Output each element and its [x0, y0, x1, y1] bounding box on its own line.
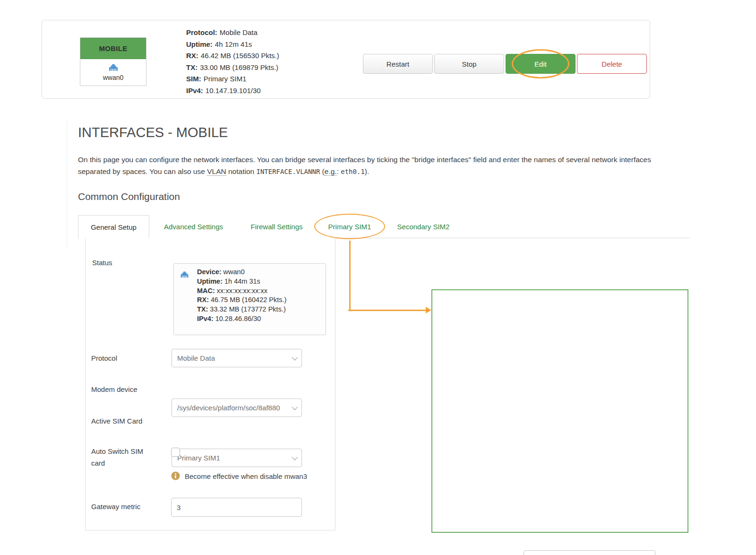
gateway-metric-label: Gateway metric [91, 503, 140, 511]
tab-firewall-settings[interactable]: Firewall Settings [238, 215, 316, 238]
interface-tile-header: MOBILE [80, 38, 146, 59]
page-description: On this page you can configure the netwo… [78, 154, 656, 177]
eth-code: eth0.1 [341, 168, 365, 175]
vlan-abbr: VLAN [207, 167, 226, 176]
eg-abbr: e.g. [325, 167, 337, 176]
annotation-vertical-line [349, 241, 351, 311]
gateway-metric-input[interactable] [171, 498, 302, 517]
restart-button[interactable]: Restart [363, 54, 433, 74]
status-label: Status [92, 259, 112, 267]
modem-device-value: /sys/devices/platform/soc/8af880 [177, 404, 280, 412]
ethernet-port-icon [180, 271, 189, 280]
stat-tx: TX:33.00 MB (169879 Pkts.) [186, 62, 279, 74]
protocol-select[interactable]: Mobile Data [172, 349, 302, 367]
page-title: INTERFACES - MOBILE [78, 125, 228, 140]
status-rx: RX:46.75 MB (160422 Pkts.) [197, 295, 286, 305]
tab-advanced-settings[interactable]: Advanced Settings [149, 215, 238, 238]
edit-button-label: Edit [534, 60, 547, 68]
ip-connection-type-select[interactable]: -- Please choose -- [524, 550, 655, 555]
stat-uptime: Uptime:4h 12m 41s [186, 39, 279, 51]
protocol-value: Mobile Data [177, 354, 215, 362]
edit-button[interactable]: Edit [506, 54, 576, 74]
status-mac: MAC:xx:xx:xx:xx:xx:xx [197, 286, 286, 296]
status-uptime: Uptime:1h 44m 31s [197, 277, 286, 286]
panel-left-edge [67, 121, 67, 249]
tab-primary-sim1[interactable]: Primary SIM1 [316, 215, 384, 238]
interface-device-name: wwan0 [103, 74, 124, 81]
tab-primary-sim1-label: Primary SIM1 [328, 223, 371, 231]
stat-protocol: Protocol:Mobile Data [186, 27, 279, 39]
auto-switch-label: Auto Switch SIM card [91, 445, 157, 469]
interface-stats: Protocol:Mobile Data Uptime:4h 12m 41s R… [186, 27, 279, 97]
stat-ipv4: IPv4:10.147.19.101/30 [186, 85, 279, 97]
section-title: Common Configuration [78, 191, 180, 202]
active-sim-label: Active SIM Card [91, 417, 142, 425]
tab-general-setup[interactable]: General Setup [78, 215, 149, 239]
auto-switch-note: Become effective when disable mwan3 [185, 472, 307, 480]
status-device: Device:wwan0 [197, 268, 286, 277]
tab-bar: General Setup Advanced Settings Firewall… [78, 215, 690, 238]
delete-button[interactable]: Delete [577, 54, 647, 74]
status-tx: TX:33.32 MB (173772 Pkts.) [197, 305, 286, 314]
status-ipv4: IPv4:10.28.46.86/30 [197, 314, 286, 324]
active-sim-value: Primary SIM1 [177, 454, 220, 462]
modem-device-label: Modem device [91, 385, 137, 393]
tab-secondary-sim2[interactable]: Secondary SIM2 [384, 215, 463, 238]
stop-button[interactable]: Stop [434, 54, 504, 74]
interface-tile: MOBILE wwan0 [80, 37, 146, 86]
page: MOBILE wwan0 Protocol:Mobile Data Uptime… [0, 0, 756, 555]
auto-switch-checkbox[interactable] [171, 448, 180, 457]
primary-sim1-panel [431, 289, 688, 533]
annotation-arrowhead [426, 307, 431, 313]
modem-device-select[interactable]: /sys/devices/platform/soc/8af880 [172, 399, 302, 417]
active-sim-select[interactable]: Primary SIM1 [172, 449, 302, 467]
status-details: Device:wwan0 Uptime:1h 44m 31s MAC:xx:xx… [197, 268, 286, 324]
stat-rx: RX:46.42 MB (156530 Pkts.) [186, 50, 279, 62]
interface-vlannr-code: INTERFACE.VLANNR [256, 168, 320, 175]
ethernet-port-icon [108, 63, 119, 73]
annotation-horizontal-line [348, 310, 427, 311]
protocol-label: Protocol [91, 354, 117, 362]
interface-actions: Restart Stop Edit Delete [363, 54, 647, 74]
stat-sim: SIM:Primary SIM1 [186, 73, 279, 85]
interface-overview-card: MOBILE wwan0 Protocol:Mobile Data Uptime… [42, 20, 650, 99]
info-icon [171, 471, 180, 482]
